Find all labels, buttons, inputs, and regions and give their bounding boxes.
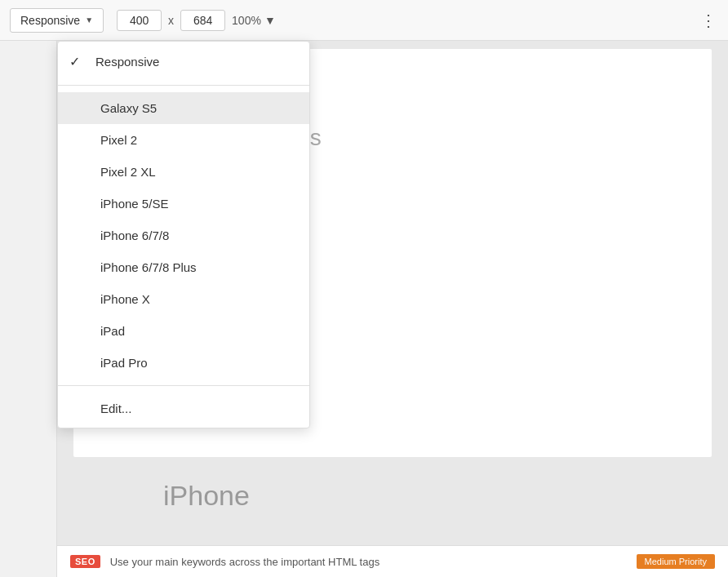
responsive-label: Responsive	[20, 14, 80, 27]
dropdown-edit-section: Edit...	[58, 389, 309, 428]
dropdown-item-label: iPhone 6/7/8 Plus	[100, 260, 197, 274]
zoom-label: 100%	[232, 14, 261, 27]
dropdown-top-section: ✓ Responsive	[58, 42, 309, 82]
width-input[interactable]	[117, 10, 162, 31]
seo-bottom-bar: SEO Use your main keywords across the im…	[57, 545, 728, 577]
dropdown-item-iphone-5se[interactable]: iPhone 5/SE	[58, 188, 309, 220]
dropdown-item-label: Pixel 2 XL	[100, 165, 156, 179]
dropdown-item-label: Responsive	[95, 55, 159, 69]
dropdown-divider-1	[58, 85, 309, 86]
dropdown-item-label: iPhone X	[100, 292, 150, 306]
zoom-chevron-icon: ▼	[264, 14, 276, 27]
seo-badge: SEO	[70, 555, 100, 568]
more-options-button[interactable]: ⋮	[700, 11, 718, 30]
dropdown-item-ipad[interactable]: iPad	[58, 315, 309, 347]
dropdown-item-label: iPad Pro	[100, 356, 148, 370]
dropdown-item-responsive[interactable]: ✓ Responsive	[58, 45, 309, 78]
responsive-dropdown-button[interactable]: Responsive ▼	[10, 8, 104, 33]
dropdown-item-galaxy-s5[interactable]: Galaxy S5	[58, 92, 309, 124]
dropdown-divider-2	[58, 385, 309, 386]
dropdown-item-label: Galaxy S5	[100, 101, 157, 115]
dimension-separator: x	[168, 14, 174, 27]
dropdown-item-iphone-x[interactable]: iPhone X	[58, 283, 309, 315]
dropdown-item-label: Pixel 2	[100, 133, 137, 147]
chevron-down-icon: ▼	[85, 16, 93, 24]
dropdown-item-label: iPhone 5/SE	[100, 197, 168, 211]
dimensions-area: x	[117, 10, 225, 31]
height-input[interactable]	[180, 10, 225, 31]
seo-description: Use your main keywords across the import…	[110, 556, 627, 568]
dropdown-item-iphone-678-plus[interactable]: iPhone 6/7/8 Plus	[58, 251, 309, 283]
dropdown-item-label: iPhone 6/7/8	[100, 229, 169, 242]
dropdown-item-pixel-2-xl[interactable]: Pixel 2 XL	[58, 156, 309, 188]
dropdown-item-iphone-678[interactable]: iPhone 6/7/8	[58, 220, 309, 251]
priority-badge: Medium Priority	[637, 554, 715, 569]
dropdown-item-pixel-2[interactable]: Pixel 2	[58, 124, 309, 156]
more-icon: ⋮	[700, 11, 718, 29]
dropdown-item-edit[interactable]: Edit...	[58, 393, 309, 424]
toolbar: Responsive ▼ x 100% ▼ ⋮	[0, 0, 728, 41]
check-icon: ✓	[69, 54, 86, 69]
iphone-label: iPhone	[163, 480, 250, 512]
toolbar-left: Responsive ▼ x 100% ▼	[10, 8, 276, 33]
dropdown-edit-label: Edit...	[100, 402, 131, 415]
device-dropdown: ✓ Responsive Galaxy S5 Pixel 2 Pixel 2 X…	[57, 41, 310, 428]
dropdown-devices-section: Galaxy S5 Pixel 2 Pixel 2 XL iPhone 5/SE…	[58, 89, 309, 382]
zoom-button[interactable]: 100% ▼	[232, 14, 276, 27]
dropdown-item-label: iPad	[100, 324, 125, 338]
left-panel	[0, 41, 57, 577]
device-dropdown-overlay: ✓ Responsive Galaxy S5 Pixel 2 Pixel 2 X…	[57, 41, 310, 428]
dropdown-item-ipad-pro[interactable]: iPad Pro	[58, 347, 309, 379]
